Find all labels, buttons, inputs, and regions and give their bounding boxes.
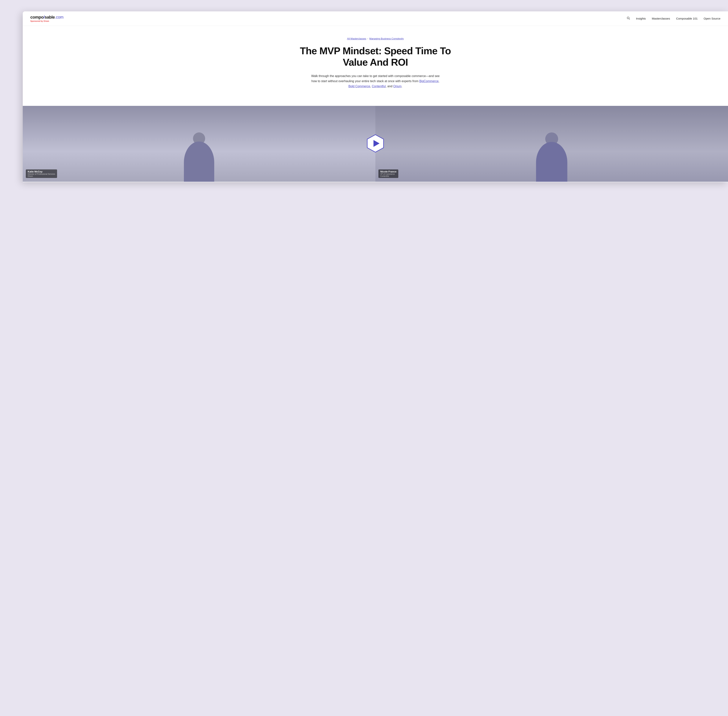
nav-link-masterclasses[interactable]: Masterclasses (652, 17, 670, 20)
page-title: The MVP Mindset: Speed Time To Value And… (298, 46, 453, 68)
nav-link-composable101[interactable]: Composable 101 (676, 17, 698, 20)
description-period: . (401, 85, 402, 88)
video-section: Katie McCoy Director of Professional Ser… (23, 106, 728, 182)
breadcrumb-parent[interactable]: All Masterclasses (347, 37, 366, 40)
description-comma-2: , (370, 85, 371, 88)
link-contentful[interactable]: Contentful (372, 85, 386, 88)
breadcrumb: All Masterclasses › Managing Business Co… (298, 37, 453, 40)
nav-links: Insights Masterclasses Composable 101 Op… (627, 16, 720, 21)
hero-description: Walk through the approaches you can take… (309, 73, 442, 89)
description-and: , and (386, 85, 392, 88)
participant-role-left: Director of Professional Services Orium (28, 173, 55, 177)
video-participant-right: Nicole France VP of Commerce Contentful (375, 106, 728, 182)
participant-name-right: Nicole France VP of Commerce Contentful (378, 170, 398, 178)
browser-window: compo/sable.com Sponsored by Orium Insig… (23, 11, 728, 182)
navbar: compo/sable.com Sponsored by Orium Insig… (23, 11, 728, 26)
logo-text: compo/sable.com (30, 15, 64, 20)
logo-suffix: sable (45, 15, 55, 20)
nav-link-opensource[interactable]: Open Source (704, 17, 720, 20)
person-shape-left (23, 114, 375, 182)
participant-role-right: VP of Commerce Contentful (380, 173, 397, 177)
nav-link-insights[interactable]: Insights (636, 17, 646, 20)
participant-name-left: Katie McCoy Director of Professional Ser… (26, 170, 57, 178)
logo-sponsored: Sponsored by Orium (30, 20, 64, 22)
logo-dotcom: .com (55, 15, 64, 20)
link-boldcommerce[interactable]: Bold Commerce (348, 85, 370, 88)
svg-line-1 (629, 18, 630, 19)
search-icon[interactable] (627, 16, 630, 21)
breadcrumb-current[interactable]: Managing Business Complexity (369, 37, 404, 40)
hero-section: All Masterclasses › Managing Business Co… (290, 26, 461, 106)
link-bigcommerce[interactable]: BigCommerce (419, 79, 439, 83)
description-comma-1: , (439, 79, 439, 83)
play-button[interactable] (366, 134, 385, 154)
video-participant-left: Katie McCoy Director of Professional Ser… (23, 106, 375, 182)
link-orium[interactable]: Orium (393, 85, 401, 88)
breadcrumb-separator: › (368, 37, 368, 40)
person-shape-right (375, 114, 728, 182)
logo-prefix: compo (30, 15, 44, 20)
logo[interactable]: compo/sable.com Sponsored by Orium (30, 15, 64, 22)
